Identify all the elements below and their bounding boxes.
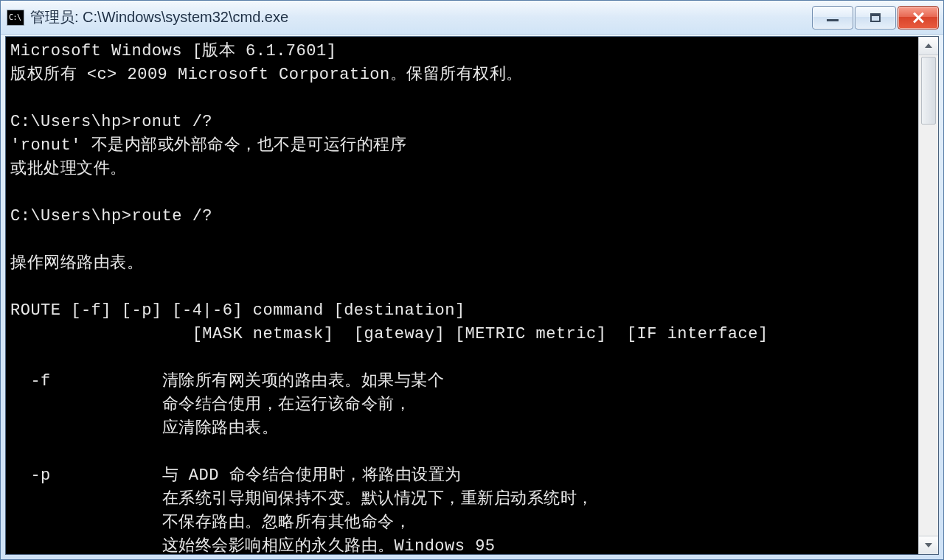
terminal-line: Microsoft Windows [版本 6.1.7601] bbox=[10, 42, 336, 60]
terminal-line: 这始终会影响相应的永久路由。Windows 95 bbox=[10, 537, 496, 555]
terminal-line: [MASK netmask] [gateway] [METRIC metric]… bbox=[10, 325, 768, 343]
titlebar[interactable]: C:\ 管理员: C:\Windows\system32\cmd.exe bbox=[1, 1, 943, 35]
scrollbar-track[interactable] bbox=[919, 55, 938, 536]
minimize-button[interactable] bbox=[812, 6, 853, 29]
maximize-icon bbox=[870, 13, 881, 22]
client-area: Microsoft Windows [版本 6.1.7601] 版权所有 <c>… bbox=[5, 36, 939, 555]
terminal-line: 操作网络路由表。 bbox=[10, 254, 143, 273]
terminal-line: 在系统引导期间保持不变。默认情况下，重新启动系统时， bbox=[10, 490, 594, 508]
terminal-line: 应清除路由表。 bbox=[10, 419, 278, 438]
cmd-app-icon: C:\ bbox=[7, 10, 24, 26]
terminal-line: 不保存路由。忽略所有其他命令， bbox=[10, 514, 411, 532]
window-title: 管理员: C:\Windows\system32\cmd.exe bbox=[30, 7, 288, 27]
chevron-up-icon bbox=[925, 43, 932, 48]
minimize-icon bbox=[827, 19, 839, 21]
terminal-output[interactable]: Microsoft Windows [版本 6.1.7601] 版权所有 <c>… bbox=[6, 37, 917, 554]
close-button[interactable] bbox=[898, 6, 939, 29]
terminal-line: 'ronut' 不是内部或外部命令，也不是可运行的程序 bbox=[10, 136, 406, 155]
window-control-buttons bbox=[812, 6, 940, 29]
scroll-up-button[interactable] bbox=[919, 37, 938, 55]
terminal-line: ROUTE [-f] [-p] [-4|-6] command [destina… bbox=[10, 301, 465, 320]
terminal-line: 或批处理文件。 bbox=[10, 160, 127, 178]
close-icon bbox=[912, 12, 924, 24]
terminal-line: -f 清除所有网关项的路由表。如果与某个 bbox=[10, 372, 444, 391]
terminal-line: 命令结合使用，在运行该命令前， bbox=[10, 396, 411, 414]
chevron-down-icon bbox=[925, 543, 932, 547]
terminal-line: 版权所有 <c> 2009 Microsoft Corporation。保留所有… bbox=[10, 66, 523, 84]
scrollbar-thumb[interactable] bbox=[921, 57, 936, 125]
maximize-button[interactable] bbox=[855, 6, 896, 29]
terminal-line: C:\Users\hp>route /? bbox=[10, 207, 212, 225]
scroll-down-button[interactable] bbox=[919, 536, 938, 554]
vertical-scrollbar[interactable] bbox=[918, 37, 938, 554]
terminal-line: -p 与 ADD 命令结合使用时，将路由设置为 bbox=[10, 466, 462, 485]
cmd-window: C:\ 管理员: C:\Windows\system32\cmd.exe Mic… bbox=[0, 0, 944, 560]
cmd-app-icon-text: C:\ bbox=[9, 14, 21, 21]
terminal-line: C:\Users\hp>ronut /? bbox=[10, 113, 212, 131]
